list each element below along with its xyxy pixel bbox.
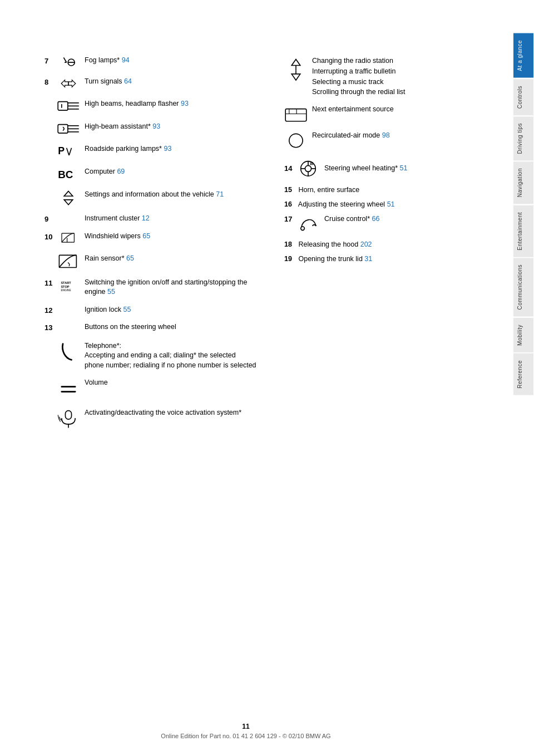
windshield-wipers-text: Windshield wipers 65 [85,232,256,242]
sidebar-tab-navigation[interactable]: Navigation [513,161,533,204]
telephone-text: Telephone*: Accepting and ending a call;… [85,341,256,371]
item-12-link[interactable]: 55 [123,306,131,313]
item-11-text: Switching the ignition on/off and starti… [85,278,256,297]
right-column: Changing the radio station Interrupting … [279,56,496,437]
item-12-number: 12 [44,306,57,315]
item-15-number: 15 [284,185,296,195]
svg-rect-29 [65,411,71,419]
item-7-row: 7 Fog lamps* 94 [44,56,256,69]
svg-line-16 [67,148,69,155]
item-13-label-row: 13 Buttons on the steering wheel [44,322,256,332]
item-13-text: Buttons on the steering wheel [85,322,256,332]
item-12-text: Ignition lock 55 [85,305,256,315]
volume-icon [57,377,80,400]
svg-point-41 [305,166,311,172]
svg-rect-11 [58,124,68,132]
page-container: 7 Fog lamps* 94 [0,0,534,756]
settings-icon [57,189,80,207]
computer-link[interactable]: 69 [117,168,125,175]
item-10-row: 10 Windshield wipers 65 [44,232,256,245]
item-18-number: 18 [284,240,296,250]
sidebar-tab-reference[interactable]: Reference [513,354,533,395]
next-entertainment-icon [284,104,308,124]
svg-marker-31 [291,59,300,65]
telephone-icon [57,340,80,364]
sidebar-tab-mobility[interactable]: Mobility [513,318,533,352]
sidebar: At a glance Controls Driving tips Naviga… [513,0,534,756]
sidebar-tab-at-a-glance[interactable]: At a glance [513,33,533,78]
item-11-link[interactable]: 55 [107,288,115,296]
high-beam-assistant-link[interactable]: 93 [152,122,160,130]
item-18-link[interactable]: 202 [360,240,372,248]
high-beam-assistant-row: High-beam assistant* 93 [57,121,256,137]
item-15-row: 15 Horn, entire surface [284,185,496,195]
svg-marker-4 [61,80,68,87]
recirculated-icon [284,130,308,150]
radio-icon [284,56,308,81]
item-7-link[interactable]: 94 [122,56,130,64]
item-7-number: 7 [44,57,57,65]
svg-rect-35 [285,109,306,121]
roadside-icon: P [57,143,80,159]
item-17-link[interactable]: 66 [372,215,379,223]
computer-icon: BC [57,166,80,182]
item-14-text: Steering wheel heating* 51 [324,163,496,174]
next-entertainment-text: Next entertainment source [312,104,496,115]
high-beams-link[interactable]: 93 [181,100,189,107]
volume-text: Volume [85,378,256,388]
sidebar-tab-entertainment[interactable]: Entertainment [513,205,533,257]
item-19-number: 19 [284,254,296,264]
high-beams-icon [57,98,80,114]
item-16-row: 16 Adjusting the steering wheel 51 [284,200,496,210]
item-14-link[interactable]: 51 [400,164,408,172]
turn-signals-icon [57,77,80,90]
left-column: 7 Fog lamps* 94 [44,56,268,437]
wipers-link[interactable]: 65 [142,232,150,240]
item-8-text: Turn signals 64 [85,77,256,87]
svg-text:STOP: STOP [61,284,69,288]
windshield-wipers-icon [57,232,80,245]
svg-text:ENGINE: ENGINE [61,289,71,291]
cruise-control-icon [296,214,320,233]
svg-point-46 [301,227,305,230]
volume-row: Volume [57,377,256,400]
item-10-number: 10 [44,233,57,241]
item-16-link[interactable]: 51 [387,200,395,208]
high-beams-row: High beams, headlamp flasher 93 [57,98,256,114]
recirculated-row: Recirculated-air mode 98 [284,130,496,150]
recirculated-link[interactable]: 98 [382,131,390,139]
telephone-row: Telephone*: Accepting and ending a call;… [57,340,256,371]
page-number: 11 [0,723,492,730]
item-18-row: 18 Releasing the hood 202 [284,240,496,250]
item-11-row: 11 START STOP ENGINE Switching the ignit… [44,278,256,297]
item-8-link[interactable]: 64 [124,77,132,85]
sidebar-tab-controls[interactable]: Controls [513,79,533,115]
settings-row: Settings and information about the vehic… [57,189,256,207]
item-9-row: 9 Instrument cluster 12 [44,214,256,224]
svg-rect-23 [59,255,76,267]
settings-link[interactable]: 71 [216,190,224,198]
roadside-text: Roadside parking lamps* 93 [85,144,256,154]
item-19-link[interactable]: 31 [364,255,372,263]
rain-sensor-link[interactable]: 65 [126,254,134,262]
item-8-row: 8 Turn signals 64 [44,77,256,90]
item-9-number: 9 [44,215,57,223]
radio-text: Changing the radio station Interrupting … [312,56,496,97]
item-9-link[interactable]: 12 [142,214,150,222]
item-14-number: 14 [284,164,296,173]
computer-text: Computer 69 [85,167,256,177]
sidebar-tab-driving-tips[interactable]: Driving tips [513,116,533,160]
two-column-layout: 7 Fog lamps* 94 [44,56,496,437]
roadside-link[interactable]: 93 [164,145,171,153]
svg-marker-5 [68,80,76,87]
settings-text: Settings and information about the vehic… [85,190,256,200]
item-16-number: 16 [284,200,296,210]
svg-rect-21 [62,233,74,242]
sidebar-tab-communications[interactable]: Communications [513,258,533,316]
fog-lamps-icon [57,56,80,69]
rain-sensor-row: Rain sensor* 65 [57,253,256,271]
item-11-number: 11 [44,279,57,287]
svg-line-0 [63,57,66,62]
svg-text:BC: BC [58,169,73,180]
voice-row: Activating/deactivating the voice activa… [57,407,256,430]
